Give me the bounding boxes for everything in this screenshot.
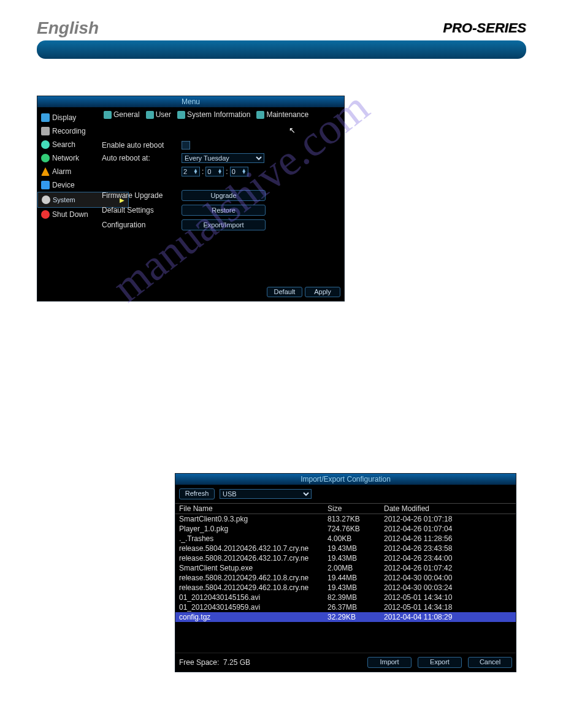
mouse-cursor-icon: ↖ xyxy=(289,126,525,135)
table-row[interactable]: SmartClient Setup.exe2.00MB2012-04-26 01… xyxy=(175,563,516,573)
spinner-arrows-icon: ▲▼ xyxy=(242,169,247,174)
sidebar-label: Network xyxy=(52,154,79,162)
spinner-arrows-icon: ▲▼ xyxy=(193,169,198,174)
sidebar-label: Recording xyxy=(52,127,86,135)
series-label: PRO-SERIES xyxy=(443,20,526,36)
tab-bar: General User System Information Maintena… xyxy=(102,107,338,128)
language-label: English xyxy=(37,18,99,38)
hour-spinner[interactable]: 2▲▼ xyxy=(182,167,200,176)
import-export-window: Import/Export Configuration Refresh USB … xyxy=(175,473,516,672)
table-row[interactable]: 01_20120430145959.avi26.37MB2012-05-01 1… xyxy=(175,602,516,612)
firmware-upgrade-label: Firmware Upgrade xyxy=(102,191,182,200)
col-file-name[interactable]: File Name xyxy=(175,504,324,514)
restore-button[interactable]: Restore xyxy=(182,205,266,216)
auto-reboot-at-label: Auto reboot at: xyxy=(102,154,182,162)
menu-main-panel: General User System Information Maintena… xyxy=(96,107,344,283)
col-date-modified[interactable]: Date Modified xyxy=(380,504,516,514)
menu-title-bar: Menu xyxy=(37,96,344,107)
table-row[interactable]: release.5808.20120429.462.10.8.cry.ne19.… xyxy=(175,573,516,583)
sidebar-item-shutdown[interactable]: Shut Down xyxy=(37,208,96,221)
export-import-button[interactable]: Export/Import xyxy=(182,219,266,230)
sidebar-item-recording[interactable]: Recording xyxy=(37,124,96,138)
sidebar-label: Search xyxy=(52,140,75,149)
file-table: File Name Size Date Modified SmartClient… xyxy=(175,503,516,622)
table-row[interactable]: release.5804.20120426.432.10.7.cry.ne19.… xyxy=(175,544,516,553)
import-button[interactable]: Import xyxy=(367,657,412,668)
tab-system-information[interactable]: System Information xyxy=(175,110,252,119)
table-row[interactable]: Player_1.0.pkg724.76KB2012-04-26 01:07:0… xyxy=(175,524,516,534)
sidebar-item-search[interactable]: Search xyxy=(37,138,96,151)
configuration-label: Configuration xyxy=(102,221,182,229)
table-row[interactable]: release.5808.20120426.432.10.7.cry.ne19.… xyxy=(175,553,516,563)
tab-user[interactable]: User xyxy=(144,110,173,119)
table-row[interactable]: ._.Trashes4.00KB2012-04-26 11:28:56 xyxy=(175,534,516,544)
default-button[interactable]: Default xyxy=(267,287,302,297)
cancel-button[interactable]: Cancel xyxy=(468,657,512,668)
sidebar-label: Device xyxy=(52,181,75,189)
page-header: English PRO-SERIES xyxy=(37,18,526,38)
menu-sidebar: Display Recording Search Network Alarm D… xyxy=(37,107,96,283)
export-button[interactable]: Export xyxy=(418,657,462,668)
header-divider-bar xyxy=(37,40,526,59)
sidebar-label: System xyxy=(53,196,75,203)
enable-auto-reboot-label: Enable auto reboot xyxy=(102,141,182,150)
sidebar-label: Shut Down xyxy=(52,210,88,219)
sidebar-label: Alarm xyxy=(52,167,71,176)
enable-auto-reboot-checkbox[interactable] xyxy=(182,141,190,150)
sidebar-item-device[interactable]: Device xyxy=(37,178,96,192)
col-size[interactable]: Size xyxy=(324,504,380,514)
refresh-button[interactable]: Refresh xyxy=(179,488,215,499)
import-export-title-bar: Import/Export Configuration xyxy=(175,474,516,485)
sidebar-label: Display xyxy=(52,113,76,122)
table-row[interactable]: release.5804.20120429.462.10.8.cry.ne19.… xyxy=(175,583,516,593)
spinner-arrows-icon: ▲▼ xyxy=(217,169,222,174)
auto-reboot-day-select[interactable]: Every Tuesday xyxy=(182,153,264,163)
tab-general[interactable]: General xyxy=(102,110,142,119)
free-space-label: Free Space: 7.25 GB xyxy=(179,658,361,667)
upgrade-button[interactable]: Upgrade xyxy=(182,190,266,201)
sidebar-item-network[interactable]: Network xyxy=(37,151,96,165)
apply-button[interactable]: Apply xyxy=(305,287,340,297)
table-row[interactable]: SmartClient0.9.3.pkg813.27KB2012-04-26 0… xyxy=(175,514,516,525)
tab-maintenance[interactable]: Maintenance xyxy=(255,110,310,119)
table-row[interactable]: 01_20120430145156.avi82.39MB2012-05-01 1… xyxy=(175,593,516,602)
second-spinner[interactable]: 0▲▼ xyxy=(230,167,248,176)
sidebar-item-alarm[interactable]: Alarm xyxy=(37,165,96,178)
device-select[interactable]: USB xyxy=(220,489,312,499)
default-settings-label: Default Settings xyxy=(102,206,182,214)
minute-spinner[interactable]: 0▲▼ xyxy=(205,167,224,176)
sidebar-item-display[interactable]: Display xyxy=(37,111,96,124)
table-row[interactable]: config.tgz32.29KB2012-04-04 11:08:29 xyxy=(175,612,516,622)
menu-window: Menu Display Recording Search Network Al… xyxy=(37,96,345,301)
